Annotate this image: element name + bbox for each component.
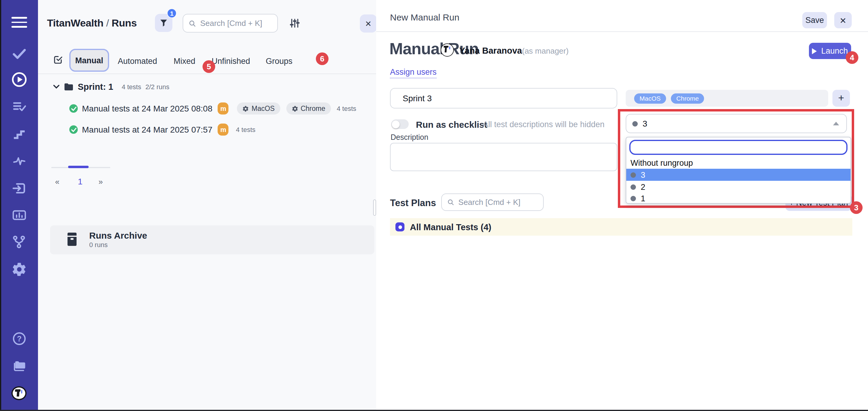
archive-title: Runs Archive bbox=[89, 230, 147, 241]
runs-play-icon[interactable] bbox=[0, 72, 38, 87]
owner-avatar bbox=[441, 43, 454, 57]
close-icon: ✕ bbox=[840, 15, 846, 25]
run-row[interactable]: Manual tests at 24 Mar 2025 07:57 m 4 te… bbox=[69, 124, 255, 135]
drawer-title: New Manual Run bbox=[390, 12, 459, 22]
breadcrumb-project[interactable]: TitanWealth bbox=[47, 18, 103, 29]
assign-users-link: Assign users bbox=[390, 66, 437, 77]
runs-search-input[interactable] bbox=[200, 19, 272, 28]
rungroup-dot-icon bbox=[630, 195, 636, 201]
all-manual-tests-row[interactable]: All Manual Tests (4) bbox=[390, 218, 852, 235]
add-environment-button[interactable]: + bbox=[832, 90, 850, 107]
view-settings-icon[interactable] bbox=[289, 18, 300, 28]
checklist-hint: All test descriptions will be hidden bbox=[483, 120, 604, 129]
launch-label: Launch bbox=[821, 46, 848, 56]
env-label: MacOS bbox=[252, 105, 275, 112]
option-without-rungroup[interactable]: Without rungroup bbox=[626, 157, 850, 169]
runs-search[interactable] bbox=[183, 14, 278, 33]
svg-text:?: ? bbox=[17, 335, 21, 343]
filter-count-badge: 1 bbox=[167, 8, 177, 18]
save-button[interactable]: Save bbox=[802, 12, 827, 28]
option-1[interactable]: 1 bbox=[626, 192, 850, 204]
gear-icon bbox=[243, 105, 249, 112]
rungroup-dropdown: Without rungroup 3 2 1 bbox=[626, 137, 851, 204]
sidebar: ? bbox=[0, 0, 38, 411]
test-plans-title: Test Plans bbox=[390, 198, 436, 209]
reports-chart-icon[interactable] bbox=[0, 208, 38, 222]
window-edge bbox=[0, 410, 868, 411]
new-run-icon[interactable] bbox=[53, 54, 63, 64]
chevron-down-icon[interactable] bbox=[53, 84, 60, 89]
runs-archive-card[interactable]: Runs Archive 0 runs bbox=[50, 225, 374, 254]
collapse-panel-button[interactable]: ✕ bbox=[360, 14, 377, 33]
run-name-field[interactable] bbox=[390, 88, 617, 108]
env-pill-macos: MacOS bbox=[237, 102, 280, 115]
rungroup-dot-icon bbox=[630, 184, 636, 190]
drawer-header: New Manual Run Save ✕ bbox=[376, 0, 868, 32]
test-plans-search-input[interactable] bbox=[458, 198, 538, 207]
settings-gear-icon[interactable] bbox=[0, 261, 38, 277]
run-row[interactable]: Manual tests at 24 Mar 2025 08:08 m MacO… bbox=[69, 102, 356, 115]
run-name-input[interactable] bbox=[403, 93, 604, 103]
play-icon bbox=[812, 48, 817, 54]
option-label: 3 bbox=[641, 170, 645, 179]
selected-radio-icon[interactable] bbox=[396, 222, 404, 231]
group-runs-count: 2/2 runs bbox=[145, 83, 169, 90]
run-tests-count: 4 tests bbox=[337, 105, 356, 112]
app-window: ? TitanWealth / Runs 1 bbox=[0, 0, 868, 411]
caret-up-icon bbox=[833, 122, 839, 125]
rungroup-dot-icon bbox=[632, 121, 638, 126]
launch-button[interactable]: Launch bbox=[809, 43, 851, 59]
option-label: Without rungroup bbox=[630, 158, 693, 167]
panel-scrollbar[interactable] bbox=[373, 199, 376, 216]
window-edge bbox=[0, 0, 1, 411]
breadcrumb: TitanWealth / Runs bbox=[47, 18, 137, 30]
run-title[interactable]: Manual tests at 24 Mar 2025 08:08 bbox=[82, 104, 213, 113]
run-as-checklist-toggle[interactable] bbox=[391, 119, 409, 129]
run-title[interactable]: Manual tests at 24 Mar 2025 07:57 bbox=[82, 125, 213, 134]
option-3-highlighted[interactable]: 3 bbox=[626, 169, 850, 181]
milestones-steps-icon[interactable] bbox=[0, 127, 38, 140]
branches-icon[interactable] bbox=[0, 234, 38, 250]
sign-in-icon[interactable] bbox=[0, 181, 38, 196]
tab-automated[interactable]: Automated bbox=[118, 57, 157, 66]
all-manual-tests-label: All Manual Tests (4) bbox=[410, 222, 491, 232]
owner-name: Yana Baranova bbox=[459, 46, 522, 56]
environment-tag-chrome[interactable]: Chrome bbox=[671, 93, 704, 103]
test-plans-search[interactable] bbox=[441, 193, 544, 211]
option-2[interactable]: 2 bbox=[626, 181, 850, 193]
plans-list-icon[interactable] bbox=[0, 99, 38, 114]
checklist-label: Run as checklist bbox=[416, 119, 487, 130]
pagination-indicator[interactable] bbox=[68, 166, 89, 168]
pagination-prev[interactable]: « bbox=[55, 177, 59, 186]
annotation-badge-4: 4 bbox=[846, 51, 858, 64]
pagination-page-1[interactable]: 1 bbox=[78, 177, 83, 186]
group-name[interactable]: Sprint: 1 bbox=[78, 82, 113, 92]
owner-role: (as manager) bbox=[522, 46, 569, 56]
tab-groups[interactable]: Groups bbox=[266, 57, 293, 66]
environment-tag-macos[interactable]: MacOS bbox=[634, 93, 666, 103]
run-tests-count: 4 tests bbox=[236, 126, 255, 133]
env-pill-chrome: Chrome bbox=[286, 102, 331, 115]
activity-pulse-icon[interactable] bbox=[0, 154, 38, 167]
tab-unfinished[interactable]: Unfinished bbox=[212, 57, 250, 66]
rungroup-select[interactable]: 3 bbox=[626, 114, 847, 133]
tab-mixed[interactable]: Mixed bbox=[174, 57, 195, 66]
rungroup-filter-input[interactable] bbox=[629, 140, 847, 155]
app-logo[interactable] bbox=[0, 386, 38, 401]
funnel-icon bbox=[159, 18, 168, 28]
help-icon[interactable]: ? bbox=[0, 331, 38, 346]
close-drawer-button[interactable]: ✕ bbox=[834, 12, 852, 28]
runs-list-panel: TitanWealth / Runs 1 ✕ Manual Automated … bbox=[38, 0, 376, 411]
tab-manual[interactable]: Manual bbox=[69, 49, 109, 72]
projects-folder-icon[interactable] bbox=[0, 358, 38, 373]
environments-field[interactable]: MacOS Chrome bbox=[626, 90, 828, 107]
menu-icon[interactable] bbox=[0, 16, 38, 29]
run-passed-icon bbox=[69, 104, 78, 113]
rungroup-selected-value: 3 bbox=[643, 119, 647, 128]
description-textarea[interactable] bbox=[390, 143, 617, 171]
tests-check-icon[interactable] bbox=[0, 47, 38, 60]
run-group-row[interactable]: Sprint: 1 4 tests 2/2 runs bbox=[53, 81, 169, 92]
assign-users-label[interactable]: Assign users bbox=[390, 67, 437, 78]
pagination-next[interactable]: » bbox=[98, 177, 103, 186]
option-label: 1 bbox=[641, 194, 645, 203]
